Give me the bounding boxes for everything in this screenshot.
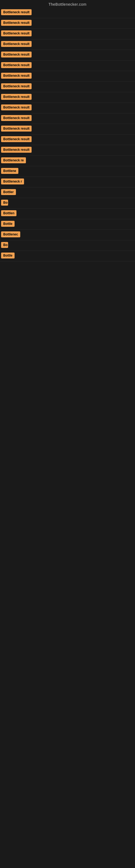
bottleneck-badge[interactable]: Bottleneck result: [1, 104, 32, 111]
result-row: Bottleneck result: [0, 82, 135, 92]
bottleneck-badge[interactable]: Bottlen: [1, 210, 16, 216]
result-row: Bottler: [0, 187, 135, 198]
result-row: Bottleneck result: [0, 39, 135, 50]
bottleneck-badge[interactable]: Bottleneck result: [1, 136, 32, 142]
bottleneck-badge[interactable]: Bottler: [1, 189, 16, 195]
result-row: Bo: [0, 240, 135, 251]
result-row: Bottleneck result: [0, 113, 135, 124]
result-row: Bottleneck result: [0, 103, 135, 113]
bottleneck-badge[interactable]: Bo: [1, 199, 8, 206]
site-title: TheBottlenecker.com: [0, 0, 135, 8]
result-row: Bottlenec: [0, 230, 135, 240]
result-row: Bottleneck result: [0, 29, 135, 39]
result-row: Bottlen: [0, 209, 135, 219]
result-row: Bottleneck result: [0, 134, 135, 145]
bottleneck-badge[interactable]: Bottleneck result: [1, 126, 32, 131]
bottleneck-badge[interactable]: Bottlenec: [1, 231, 20, 237]
result-row: Bottleneck result: [0, 50, 135, 61]
bottleneck-badge[interactable]: Bottleneck result: [1, 30, 32, 36]
result-row: Bottleneck r: [0, 177, 135, 187]
result-row: Bottleneck result: [0, 145, 135, 156]
bottleneck-badge[interactable]: Bottleneck result: [1, 62, 32, 68]
bottleneck-badge[interactable]: Bottleneck result: [1, 83, 32, 89]
bottleneck-badge[interactable]: Bottleneck result: [1, 20, 32, 26]
result-row: Bottleneck result: [0, 124, 135, 134]
bottleneck-badge[interactable]: Bottleneck result: [1, 115, 32, 121]
page-wrapper: TheBottlenecker.com Bottleneck resultBot…: [0, 0, 135, 261]
result-row: Bottle: [0, 251, 135, 261]
bottleneck-badge[interactable]: Bottleneck result: [1, 147, 32, 153]
bottleneck-badge[interactable]: Bottleneck result: [1, 94, 32, 100]
bottleneck-badge[interactable]: Bottleneck re: [1, 157, 26, 163]
result-row: Bottleneck re: [0, 156, 135, 166]
bottleneck-badge[interactable]: Bottle: [1, 221, 14, 227]
result-row: Bottleneck result: [0, 18, 135, 29]
results-list: Bottleneck resultBottleneck resultBottle…: [0, 8, 135, 261]
result-row: Bottleneck result: [0, 71, 135, 82]
result-row: Bottlene: [0, 166, 135, 177]
bottleneck-badge[interactable]: Bottleneck result: [1, 41, 32, 47]
bottleneck-badge[interactable]: Bottleneck result: [1, 52, 32, 58]
result-row: Bottleneck result: [0, 61, 135, 71]
bottleneck-badge[interactable]: Bo: [1, 242, 8, 248]
result-row: Bottle: [0, 219, 135, 230]
result-row: Bo: [0, 198, 135, 209]
result-row: Bottleneck result: [0, 92, 135, 103]
bottleneck-badge[interactable]: Bottle: [1, 252, 14, 258]
bottleneck-badge[interactable]: Bottleneck r: [1, 179, 24, 184]
bottleneck-badge[interactable]: Bottlene: [1, 168, 18, 174]
result-row: Bottleneck result: [0, 8, 135, 18]
bottleneck-badge[interactable]: Bottleneck result: [1, 9, 32, 15]
bottleneck-badge[interactable]: Bottleneck result: [1, 73, 32, 79]
